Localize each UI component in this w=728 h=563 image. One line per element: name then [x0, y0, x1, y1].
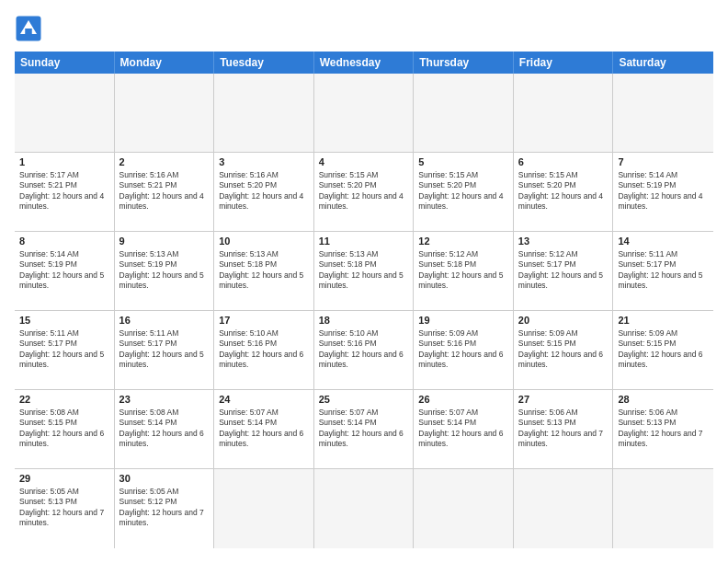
sunset-text: Sunset: 5:13 PM [618, 418, 676, 427]
daylight-text: Daylight: 12 hours and 5 minutes. [618, 270, 702, 290]
sunset-text: Sunset: 5:12 PM [119, 497, 177, 506]
sunset-text: Sunset: 5:16 PM [418, 339, 476, 348]
calendar-day-empty [314, 469, 415, 548]
calendar-day-26: 26Sunrise: 5:07 AMSunset: 5:14 PMDayligh… [414, 390, 514, 468]
calendar-week-1: 1Sunrise: 5:17 AMSunset: 5:21 PMDaylight… [15, 153, 713, 232]
sunrise-text: Sunrise: 5:11 AM [618, 249, 677, 259]
day-number: 24 [219, 393, 309, 407]
logo-icon [15, 15, 42, 42]
sunrise-text: Sunrise: 5:05 AM [119, 487, 179, 496]
sunrise-text: Sunrise: 5:16 AM [219, 170, 279, 179]
sunrise-text: Sunrise: 5:08 AM [119, 408, 179, 417]
calendar-day-4: 4Sunrise: 5:15 AMSunset: 5:20 PMDaylight… [314, 153, 415, 231]
sunrise-text: Sunrise: 5:07 AM [219, 408, 279, 417]
day-number: 30 [119, 472, 210, 486]
calendar-week-5: 29Sunrise: 5:05 AMSunset: 5:13 PMDayligh… [15, 469, 713, 548]
daylight-text: Daylight: 12 hours and 7 minutes. [19, 508, 104, 527]
day-header-monday: Monday [115, 52, 215, 74]
day-number: 9 [119, 235, 210, 248]
day-number: 16 [119, 314, 210, 327]
daylight-text: Daylight: 12 hours and 6 minutes. [119, 429, 204, 448]
calendar-day-5: 5Sunrise: 5:15 AMSunset: 5:20 PMDaylight… [414, 153, 514, 231]
sunrise-text: Sunrise: 5:15 AM [319, 170, 379, 179]
sunset-text: Sunset: 5:21 PM [119, 180, 177, 190]
sunset-text: Sunset: 5:15 PM [518, 339, 576, 348]
daylight-text: Daylight: 12 hours and 4 minutes. [618, 191, 702, 211]
calendar-day-28: 28Sunrise: 5:06 AMSunset: 5:13 PMDayligh… [613, 390, 713, 468]
day-number: 20 [518, 314, 609, 327]
day-number: 3 [219, 155, 309, 169]
calendar-day-12: 12Sunrise: 5:12 AMSunset: 5:18 PMDayligh… [414, 232, 514, 310]
calendar-day-9: 9Sunrise: 5:13 AMSunset: 5:19 PMDaylight… [115, 232, 215, 310]
calendar-week-2: 8Sunrise: 5:14 AMSunset: 5:19 PMDaylight… [15, 232, 713, 311]
day-header-thursday: Thursday [414, 52, 514, 74]
sunrise-text: Sunrise: 5:15 AM [518, 170, 578, 179]
sunrise-text: Sunrise: 5:13 AM [319, 249, 379, 259]
day-number: 5 [418, 155, 508, 169]
calendar-day-16: 16Sunrise: 5:11 AMSunset: 5:17 PMDayligh… [115, 311, 215, 389]
daylight-text: Daylight: 12 hours and 6 minutes. [618, 350, 702, 369]
day-number: 13 [518, 235, 609, 248]
day-header-friday: Friday [514, 52, 614, 74]
sunset-text: Sunset: 5:16 PM [319, 339, 377, 348]
daylight-text: Daylight: 12 hours and 7 minutes. [518, 429, 603, 448]
sunrise-text: Sunrise: 5:17 AM [19, 170, 79, 179]
sunset-text: Sunset: 5:20 PM [518, 180, 576, 190]
calendar-day-19: 19Sunrise: 5:09 AMSunset: 5:16 PMDayligh… [414, 311, 514, 389]
day-number: 15 [19, 314, 109, 327]
calendar-day-23: 23Sunrise: 5:08 AMSunset: 5:14 PMDayligh… [115, 390, 215, 468]
sunset-text: Sunset: 5:19 PM [19, 259, 77, 269]
sunset-text: Sunset: 5:15 PM [618, 339, 676, 348]
day-number: 19 [418, 314, 508, 327]
sunrise-text: Sunrise: 5:13 AM [219, 249, 279, 259]
calendar-day-6: 6Sunrise: 5:15 AMSunset: 5:20 PMDaylight… [514, 153, 614, 231]
sunset-text: Sunset: 5:14 PM [319, 418, 377, 427]
calendar-day-22: 22Sunrise: 5:08 AMSunset: 5:15 PMDayligh… [15, 390, 115, 468]
sunrise-text: Sunrise: 5:13 AM [119, 249, 179, 259]
daylight-text: Daylight: 12 hours and 5 minutes. [418, 270, 503, 290]
calendar: SundayMondayTuesdayWednesdayThursdayFrid… [15, 52, 713, 548]
sunset-text: Sunset: 5:17 PM [618, 259, 676, 269]
calendar-day-3: 3Sunrise: 5:16 AMSunset: 5:20 PMDaylight… [214, 153, 314, 231]
daylight-text: Daylight: 12 hours and 6 minutes. [219, 429, 303, 448]
daylight-text: Daylight: 12 hours and 4 minutes. [219, 191, 303, 211]
calendar-day-21: 21Sunrise: 5:09 AMSunset: 5:15 PMDayligh… [613, 311, 713, 389]
calendar-day-empty [15, 74, 115, 152]
sunrise-text: Sunrise: 5:06 AM [518, 408, 578, 417]
daylight-text: Daylight: 12 hours and 4 minutes. [319, 191, 404, 211]
day-number: 1 [19, 155, 109, 169]
daylight-text: Daylight: 12 hours and 4 minutes. [19, 191, 104, 211]
daylight-text: Daylight: 12 hours and 6 minutes. [319, 350, 404, 369]
sunset-text: Sunset: 5:14 PM [418, 418, 476, 427]
daylight-text: Daylight: 12 hours and 6 minutes. [418, 429, 503, 448]
calendar-body: 1Sunrise: 5:17 AMSunset: 5:21 PMDaylight… [15, 74, 713, 548]
sunrise-text: Sunrise: 5:05 AM [19, 487, 79, 496]
calendar-day-empty [613, 469, 713, 548]
daylight-text: Daylight: 12 hours and 4 minutes. [518, 191, 603, 211]
day-number: 12 [418, 235, 508, 248]
sunset-text: Sunset: 5:19 PM [119, 259, 177, 269]
day-header-saturday: Saturday [613, 52, 713, 74]
sunset-text: Sunset: 5:20 PM [219, 180, 277, 190]
day-number: 23 [119, 393, 210, 407]
daylight-text: Daylight: 12 hours and 5 minutes. [319, 270, 404, 290]
daylight-text: Daylight: 12 hours and 5 minutes. [219, 270, 303, 290]
day-number: 10 [219, 235, 309, 248]
sunset-text: Sunset: 5:18 PM [219, 259, 277, 269]
day-number: 2 [119, 155, 210, 169]
header [15, 15, 713, 42]
sunrise-text: Sunrise: 5:15 AM [418, 170, 478, 179]
sunset-text: Sunset: 5:19 PM [618, 180, 676, 190]
daylight-text: Daylight: 12 hours and 4 minutes. [119, 191, 204, 211]
daylight-text: Daylight: 12 hours and 5 minutes. [518, 270, 603, 290]
page: SundayMondayTuesdayWednesdayThursdayFrid… [0, 0, 728, 563]
sunset-text: Sunset: 5:18 PM [418, 259, 476, 269]
calendar-day-13: 13Sunrise: 5:12 AMSunset: 5:17 PMDayligh… [514, 232, 614, 310]
calendar-day-empty [214, 74, 314, 152]
day-header-wednesday: Wednesday [314, 52, 415, 74]
calendar-day-empty [414, 74, 514, 152]
sunset-text: Sunset: 5:15 PM [19, 418, 77, 427]
calendar-day-29: 29Sunrise: 5:05 AMSunset: 5:13 PMDayligh… [15, 469, 115, 548]
calendar-day-empty [214, 469, 314, 548]
calendar-day-empty [115, 74, 215, 152]
